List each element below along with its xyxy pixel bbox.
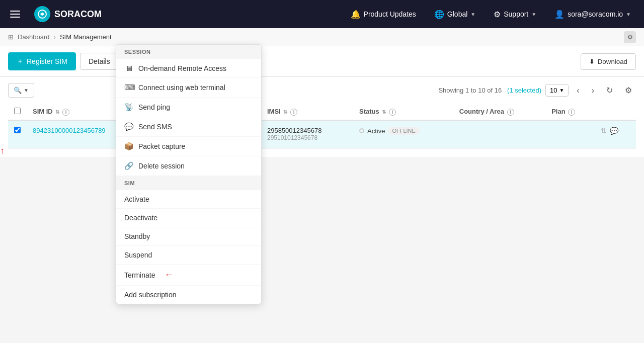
search-icon: 🔍 [14,87,22,94]
product-updates-label: Product Updates [364,10,416,18]
hamburger-line-1 [10,11,20,12]
dashboard-icon: ⊞ [8,33,14,41]
table-wrapper: 🔍 ▼ Showing 1 to 10 of 16 (1 selected) 1… [0,77,644,157]
select-all-header[interactable] [8,104,27,120]
row-transfer-icon[interactable]: ⇅ [601,127,607,135]
imsi-value-2: 295101012345678 [267,134,347,141]
imsi-info-icon[interactable]: i [290,109,297,116]
main-toolbar: ＋ Register SIM Details Actions ▼ ← ⬇ Dow… [0,46,644,77]
plus-icon: ＋ [17,57,24,66]
bell-icon: 🔔 [351,10,361,19]
selected-count: (1 selected) [507,87,541,94]
select-all-checkbox[interactable] [14,108,21,114]
up-arrow-annotation: ↑ [0,146,5,156]
top-navigation: SORACOM 🔔 Product Updates 🌐 Global ▼ ⚙ S… [0,0,644,28]
status-dot-indicator [359,128,364,133]
user-nav[interactable]: 👤 sora@soracom.io ▼ [549,7,636,22]
user-icon: 👤 [554,10,565,19]
register-sim-label: Register SIM [27,57,67,65]
logo[interactable]: SORACOM [34,6,102,22]
hamburger-line-2 [10,14,20,15]
row-actions-cell: ⇅ 💬 [595,120,636,149]
dashboard-breadcrumb[interactable]: Dashboard [18,33,50,41]
status-sort-icon: ⇅ [382,109,386,115]
sim-id-link[interactable]: 89423100000123456789 [33,127,106,134]
send-ping-label: Send ping [138,103,170,111]
globe-icon: 🌐 [434,10,444,19]
details-button[interactable]: Details [80,53,119,70]
hamburger-line-3 [10,17,20,18]
breadcrumb: ⊞ Dashboard › SIM Management ⚙ [0,28,644,46]
row-chat-icon[interactable]: 💬 [610,127,618,135]
row-checkbox-cell[interactable]: ↑ [8,120,27,149]
register-sim-button[interactable]: ＋ Register SIM [8,52,76,70]
search-button[interactable]: 🔍 ▼ [8,83,34,98]
packet-capture-label: Packet capture [138,142,185,150]
dropdown-item-send-ping[interactable]: 📡 Send ping [116,98,261,117]
global-nav[interactable]: 🌐 Global ▼ [429,7,480,22]
country-cell [453,120,545,149]
settings-icon[interactable]: ⚙ [624,31,636,43]
per-page-select[interactable]: 10 ▼ [545,84,569,97]
country-header[interactable]: Country / Area i [453,104,545,120]
send-sms-label: Send SMS [138,123,172,131]
session-section-header: SESSION [116,45,261,59]
country-info-icon[interactable]: i [507,109,514,116]
row-checkbox[interactable] [14,127,21,133]
dropdown-item-send-sms[interactable]: 💬 Send SMS [116,117,261,137]
logo-icon [34,6,50,22]
showing-text: Showing 1 to 10 of 16 (1 selected) [438,87,541,94]
web-terminal-label: Connect using web terminal [138,83,225,92]
plan-header[interactable]: Plan i [545,104,595,120]
plan-info-icon[interactable]: i [568,109,575,116]
actions-dropdown-menu: SESSION 🖥 On-demand Remote Access ⌨ Conn… [116,44,262,157]
user-chevron-icon: ▼ [626,12,631,17]
sim-id-info-icon[interactable]: i [62,109,69,116]
imsi-sort-icon: ⇅ [283,109,287,115]
plan-cell [545,120,595,149]
remote-access-label: On-demand Remote Access [138,64,226,72]
sim-id-sort-icon: ⇅ [55,109,59,115]
refresh-button[interactable]: ↻ [602,83,617,97]
send-ping-icon: 📡 [124,103,133,112]
actions-col-header [595,104,636,120]
global-label: Global [447,10,467,18]
dropdown-item-delete-session[interactable]: 🔗 Delete session [116,156,261,157]
imsi-header[interactable]: IMSI ⇅ i [261,104,353,120]
imsi-cell: 295850012345678 295101012345678 [261,120,353,149]
web-terminal-icon: ⌨ [124,83,133,92]
remote-access-icon: 🖥 [124,64,133,72]
offline-badge: OFFLINE [388,127,419,135]
support-chevron-icon: ▼ [531,12,536,17]
support-nav[interactable]: ⚙ Support ▼ [489,7,541,22]
status-header[interactable]: Status ⇅ i [353,104,453,120]
status-active-label: Active [367,127,385,135]
columns-settings-button[interactable]: ⚙ [621,83,636,97]
next-page-button[interactable]: › [588,84,598,97]
per-page-chevron-icon: ▼ [559,88,564,93]
dropdown-item-web-terminal[interactable]: ⌨ Connect using web terminal [116,78,261,98]
imsi-value-1: 295850012345678 [267,127,347,134]
logo-text: SORACOM [54,9,102,20]
download-icon: ⬇ [589,58,595,65]
support-label: Support [504,10,528,18]
user-label: sora@soracom.io [568,10,623,18]
download-label: Download [598,58,627,65]
packet-capture-icon: 📦 [124,142,133,151]
global-chevron-icon: ▼ [470,12,475,17]
dropdown-item-packet-capture[interactable]: 📦 Packet capture [116,137,261,156]
status-info-icon[interactable]: i [389,109,396,116]
table-row[interactable]: ↑ 89423100000123456789 89423100000123456… [8,120,636,149]
hamburger-menu[interactable] [8,9,22,20]
table-header-row: SIM ID ⇅ i ICCID ⇅ i IMSI ⇅ i Status ⇅ [8,104,636,120]
per-page-value: 10 [550,87,557,94]
table-controls: 🔍 ▼ Showing 1 to 10 of 16 (1 selected) 1… [8,77,636,104]
download-button[interactable]: ⬇ Download [581,53,636,70]
support-icon: ⚙ [494,10,501,19]
dropdown-item-remote-access[interactable]: 🖥 On-demand Remote Access [116,59,261,78]
sim-table: SIM ID ⇅ i ICCID ⇅ i IMSI ⇅ i Status ⇅ [8,104,636,149]
send-sms-icon: 💬 [124,122,133,131]
prev-page-button[interactable]: ‹ [573,84,583,97]
showing-range: Showing 1 to 10 of 16 [438,87,502,94]
product-updates-nav[interactable]: 🔔 Product Updates [346,7,421,22]
